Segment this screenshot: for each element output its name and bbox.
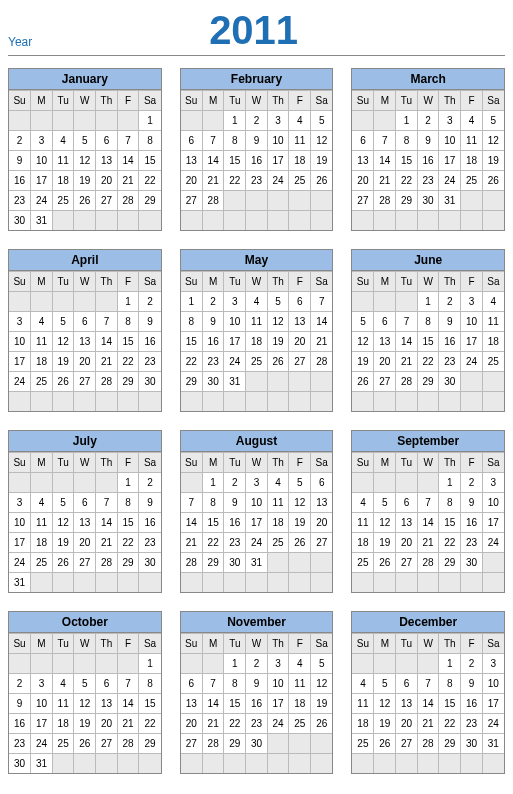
- empty-cell: [246, 392, 268, 412]
- empty-cell: [289, 191, 311, 211]
- day-cell: 5: [311, 654, 333, 674]
- day-header: W: [417, 453, 439, 473]
- day-cell: 7: [396, 312, 418, 332]
- day-cell: 22: [117, 352, 139, 372]
- day-cell: 30: [439, 372, 461, 392]
- day-cell: 9: [246, 131, 268, 151]
- empty-cell: [224, 392, 246, 412]
- day-cell: 13: [74, 332, 96, 352]
- empty-cell: [246, 573, 268, 593]
- empty-cell: [52, 292, 74, 312]
- day-cell: 25: [482, 352, 504, 372]
- empty-cell: [396, 573, 418, 593]
- day-cell: 3: [9, 312, 31, 332]
- day-cell: 31: [482, 734, 504, 754]
- day-cell: 2: [9, 131, 31, 151]
- empty-cell: [417, 211, 439, 231]
- day-cell: 30: [202, 372, 224, 392]
- day-cell: 8: [417, 312, 439, 332]
- day-cell: 7: [181, 493, 203, 513]
- day-cell: 19: [311, 694, 333, 714]
- empty-cell: [181, 211, 203, 231]
- day-cell: 12: [311, 674, 333, 694]
- empty-cell: [74, 654, 96, 674]
- month-title: April: [9, 250, 161, 271]
- day-cell: 12: [482, 131, 504, 151]
- day-cell: 23: [461, 714, 483, 734]
- day-cell: 6: [374, 312, 396, 332]
- day-cell: 19: [74, 714, 96, 734]
- empty-cell: [396, 754, 418, 774]
- day-cell: 29: [439, 734, 461, 754]
- day-cell: 6: [181, 131, 203, 151]
- day-cell: 27: [396, 553, 418, 573]
- day-cell: 10: [31, 151, 53, 171]
- day-cell: 3: [31, 674, 53, 694]
- empty-cell: [139, 392, 161, 412]
- month-title: July: [9, 431, 161, 452]
- empty-cell: [417, 573, 439, 593]
- day-cell: 15: [139, 151, 161, 171]
- day-cell: 12: [311, 131, 333, 151]
- day-cell: 30: [246, 734, 268, 754]
- day-cell: 30: [139, 372, 161, 392]
- day-cell: 10: [482, 493, 504, 513]
- empty-cell: [311, 573, 333, 593]
- day-header: M: [202, 91, 224, 111]
- day-cell: 3: [9, 493, 31, 513]
- day-cell: 25: [267, 533, 289, 553]
- day-header: F: [461, 634, 483, 654]
- day-header: W: [246, 453, 268, 473]
- day-cell: 1: [224, 111, 246, 131]
- month-title: November: [181, 612, 333, 633]
- day-cell: 2: [9, 674, 31, 694]
- empty-cell: [374, 654, 396, 674]
- day-cell: 29: [139, 191, 161, 211]
- day-cell: 13: [96, 151, 118, 171]
- day-cell: 5: [352, 312, 374, 332]
- day-cell: 22: [139, 171, 161, 191]
- day-cell: 16: [417, 151, 439, 171]
- day-cell: 26: [374, 734, 396, 754]
- day-cell: 14: [181, 513, 203, 533]
- day-cell: 20: [352, 171, 374, 191]
- month-title: February: [181, 69, 333, 90]
- day-header: M: [31, 453, 53, 473]
- day-cell: 30: [461, 734, 483, 754]
- day-header: Sa: [139, 272, 161, 292]
- empty-cell: [9, 392, 31, 412]
- day-cell: 22: [439, 533, 461, 553]
- empty-cell: [181, 573, 203, 593]
- day-header: Th: [267, 91, 289, 111]
- day-cell: 8: [224, 674, 246, 694]
- day-header: Tu: [224, 453, 246, 473]
- empty-cell: [74, 111, 96, 131]
- day-cell: 15: [439, 513, 461, 533]
- empty-cell: [311, 553, 333, 573]
- empty-cell: [74, 211, 96, 231]
- day-cell: 29: [224, 734, 246, 754]
- day-cell: 16: [439, 332, 461, 352]
- day-cell: 30: [139, 553, 161, 573]
- day-cell: 6: [96, 674, 118, 694]
- empty-cell: [311, 754, 333, 774]
- day-cell: 20: [374, 352, 396, 372]
- empty-cell: [224, 191, 246, 211]
- day-cell: 15: [139, 694, 161, 714]
- empty-cell: [289, 553, 311, 573]
- empty-cell: [417, 754, 439, 774]
- empty-cell: [374, 573, 396, 593]
- day-cell: 8: [181, 312, 203, 332]
- day-cell: 20: [396, 714, 418, 734]
- day-cell: 16: [461, 513, 483, 533]
- day-cell: 20: [181, 714, 203, 734]
- day-cell: 9: [139, 493, 161, 513]
- day-cell: 18: [31, 352, 53, 372]
- day-cell: 7: [417, 493, 439, 513]
- day-cell: 28: [117, 734, 139, 754]
- day-header: Su: [9, 91, 31, 111]
- empty-cell: [267, 372, 289, 392]
- empty-cell: [52, 392, 74, 412]
- day-cell: 4: [482, 292, 504, 312]
- empty-cell: [289, 754, 311, 774]
